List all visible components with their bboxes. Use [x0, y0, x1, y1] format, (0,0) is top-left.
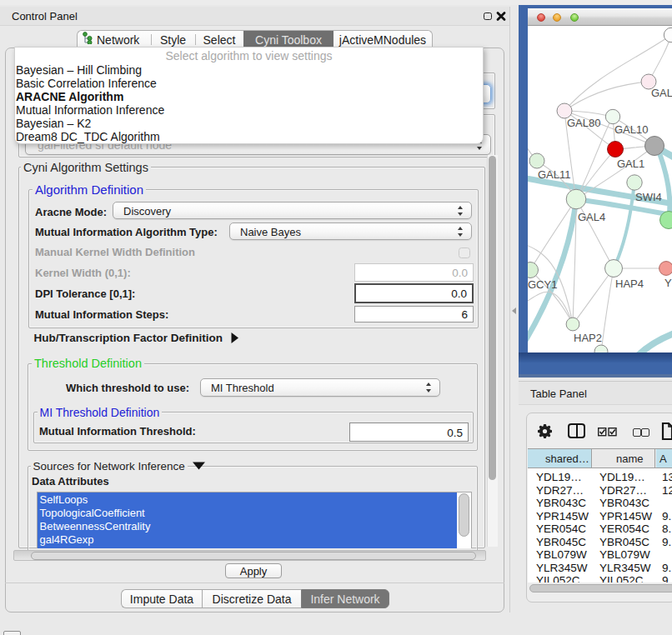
svg-text:GAL1: GAL1	[617, 158, 644, 170]
svg-text:GAL80: GAL80	[567, 117, 600, 129]
svg-text:GAL11: GAL11	[538, 168, 571, 181]
svg-text:GAL: GAL	[651, 87, 672, 99]
svg-text:GAL4: GAL4	[578, 211, 605, 223]
svg-text:GAL10: GAL10	[614, 123, 648, 136]
svg-text:HAP4: HAP4	[615, 278, 644, 290]
svg-text:GCY1: GCY1	[528, 278, 557, 291]
svg-text:Y: Y	[664, 277, 672, 289]
svg-text:HAP2: HAP2	[574, 332, 602, 344]
svg-text:SWI4: SWI4	[635, 191, 662, 203]
